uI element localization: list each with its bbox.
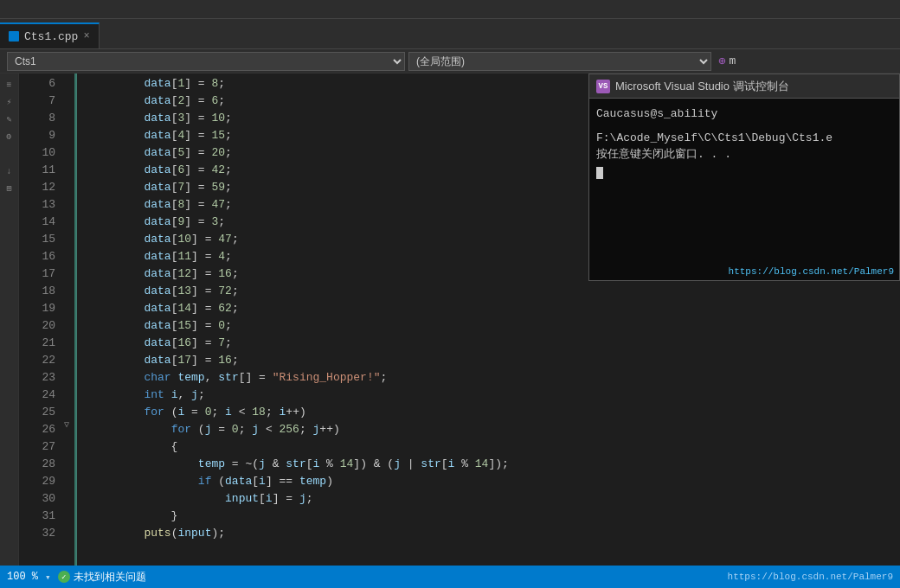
tab-bar: Cts1.cpp ×	[0, 19, 900, 49]
tab-close-button[interactable]: ×	[83, 30, 89, 42]
toolbar: Cts1 (全局范围) ⊕ m	[0, 49, 900, 74]
terminal-title: Microsoft Visual Studio 调试控制台	[615, 79, 789, 94]
status-ok: ✓ 未找到相关问题	[58, 570, 146, 585]
terminal-cursor-line	[596, 167, 892, 185]
terminal-link[interactable]: https://blog.csdn.net/Palmer9	[729, 266, 894, 277]
file-select[interactable]: Cts1	[7, 52, 405, 71]
code-line: {	[87, 438, 900, 456]
fold-button[interactable]: ▽	[64, 419, 69, 430]
top-bar	[0, 0, 900, 19]
code-line: char temp, str[] = "Rising_Hopper!";	[87, 369, 900, 387]
terminal-body: Caucasus@s_ability F:\Acode_Myself\C\Cts…	[589, 99, 899, 191]
check-icon: ✓	[58, 571, 70, 583]
sidebar-icon-1[interactable]: ≡	[2, 77, 17, 93]
member-label: m	[729, 54, 736, 67]
code-line: data[17] = 16;	[87, 352, 900, 369]
sidebar: ≡ ⚡ ✎ ⚙ ↓ ⊞	[0, 74, 19, 566]
status-text: 未找到相关问题	[74, 570, 146, 585]
sidebar-icon-6[interactable]: ⊞	[2, 181, 17, 196]
code-line: for (j = 0; j < 256; j++)	[87, 421, 900, 438]
terminal-title-bar: VS Microsoft Visual Studio 调试控制台	[589, 74, 899, 99]
line-numbers: 6 7 8 9 10 11 12 13 14 15 16 17 18 19 20…	[19, 74, 62, 566]
code-line: data[14] = 62;	[87, 300, 900, 317]
change-indicator	[74, 74, 77, 566]
sidebar-icon-4[interactable]: ⚙	[2, 129, 17, 144]
sidebar-icon-2[interactable]: ⚡	[2, 94, 17, 110]
terminal-vs-icon: VS	[596, 80, 610, 93]
member-indicator: ⊕	[718, 54, 725, 68]
terminal-line-2: F:\Acode_Myself\C\Cts1\Debug\Cts1.e	[596, 130, 892, 147]
code-line: for (i = 0; i < 18; i++)	[87, 404, 900, 421]
terminal-line-3: 按任意键关闭此窗口. . .	[596, 146, 892, 163]
editor-area: ≡ ⚡ ✎ ⚙ ↓ ⊞ 6 7 8 9 10 11 12 13 14 15 16…	[0, 74, 900, 566]
zoom-dropdown-icon[interactable]: ▾	[45, 572, 51, 583]
sidebar-icon-5[interactable]: ↓	[2, 163, 17, 179]
file-tab-icon	[9, 31, 19, 42]
gutter-line	[76, 74, 87, 566]
status-bar: 100 % ▾ ✓ 未找到相关问题 https://blog.csdn.net/…	[0, 566, 900, 588]
code-line: data[16] = 7;	[87, 335, 900, 352]
status-link[interactable]: https://blog.csdn.net/Palmer9	[728, 572, 893, 582]
status-left: 100 % ▾ ✓ 未找到相关问题	[7, 570, 146, 585]
terminal-cursor	[596, 167, 603, 179]
terminal-footer: https://blog.csdn.net/Palmer9	[729, 266, 894, 277]
code-line: input[i] = j;	[87, 490, 900, 508]
code-line: data[13] = 72;	[87, 283, 900, 300]
status-right: https://blog.csdn.net/Palmer9	[728, 572, 893, 582]
code-line: if (data[i] == temp)	[87, 473, 900, 490]
code-line: temp = ~(j & str[i % 14]) & (j | str[i %…	[87, 456, 900, 473]
code-line: }	[87, 508, 900, 525]
code-line: data[15] = 0;	[87, 317, 900, 335]
sidebar-icon-3[interactable]: ✎	[2, 112, 17, 127]
file-tab[interactable]: Cts1.cpp ×	[0, 22, 100, 48]
code-line: int i, j;	[87, 387, 900, 404]
code-line: puts(input);	[87, 525, 900, 542]
terminal-line-1: Caucasus@s_ability	[596, 105, 892, 123]
terminal-window: VS Microsoft Visual Studio 调试控制台 Caucasu…	[588, 74, 900, 281]
tab-filename: Cts1.cpp	[24, 30, 78, 43]
zoom-level[interactable]: 100 %	[7, 571, 38, 583]
scope-select[interactable]: (全局范围)	[408, 52, 711, 71]
